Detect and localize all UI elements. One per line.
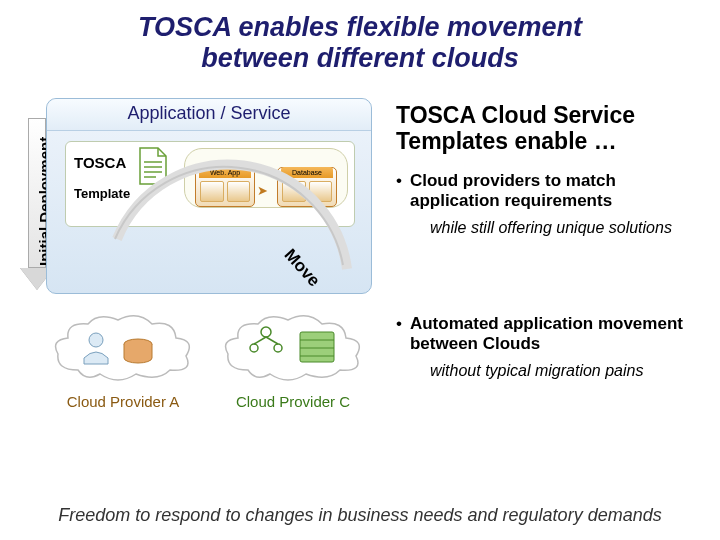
- bullet-dot-icon: •: [396, 171, 402, 212]
- right-title: TOSCA Cloud Service Templates enable …: [396, 102, 706, 155]
- cloud-provider-a: Cloud Provider A: [48, 310, 198, 411]
- cloud-provider-a-label: Cloud Provider A: [48, 394, 198, 411]
- application-service-header: Application / Service: [47, 99, 371, 131]
- cloud-provider-row: Cloud Provider A Cloud Provider C: [48, 310, 370, 440]
- bottom-tagline: Freedom to respond to changes in busines…: [0, 505, 720, 526]
- bullet-2-group: • Automated application movement between…: [396, 314, 706, 392]
- bullet-2-text: Automated application movement between C…: [410, 314, 683, 353]
- svg-rect-11: [300, 332, 334, 362]
- node-webapp-label: Web. App: [199, 167, 251, 178]
- cloud-c-icon: [218, 310, 368, 388]
- topology-group: Web. App ➤ Database: [184, 148, 348, 208]
- cloud-provider-c: Cloud Provider C: [218, 310, 368, 411]
- bullet-1-sub: while still offering unique solutions: [430, 218, 706, 237]
- bullet-1: • Cloud providers to match application r…: [396, 171, 706, 212]
- slide-title: TOSCA enables flexible movement between …: [0, 12, 720, 74]
- node-database-label: Database: [281, 167, 333, 178]
- right-text-column: TOSCA Cloud Service Templates enable … •…: [396, 102, 706, 249]
- svg-point-4: [89, 333, 103, 347]
- bullet-dot-icon: •: [396, 314, 402, 355]
- tosca-label: TOSCA: [74, 154, 126, 171]
- connector-arrow-icon: ➤: [257, 183, 268, 198]
- tosca-template-box: TOSCA Template Web. App ➤: [65, 141, 355, 227]
- node-database: Database: [277, 167, 337, 207]
- node-webapp-body: [200, 181, 250, 202]
- title-line2: between different clouds: [201, 43, 519, 73]
- bullet-2: • Automated application movement between…: [396, 314, 706, 355]
- bullet-1-text: Cloud providers to match application req…: [410, 171, 616, 210]
- cloud-provider-c-label: Cloud Provider C: [218, 394, 368, 411]
- application-service-panel: Application / Service TOSCA Template Web…: [46, 98, 372, 294]
- bullet-2-sub: without typical migration pains: [430, 361, 706, 380]
- node-webapp: Web. App: [195, 167, 255, 207]
- node-database-body: [282, 181, 332, 202]
- template-label: Template: [74, 186, 130, 201]
- title-line1: TOSCA enables flexible movement: [138, 12, 582, 42]
- cloud-a-icon: [48, 310, 198, 388]
- document-icon: [138, 146, 168, 186]
